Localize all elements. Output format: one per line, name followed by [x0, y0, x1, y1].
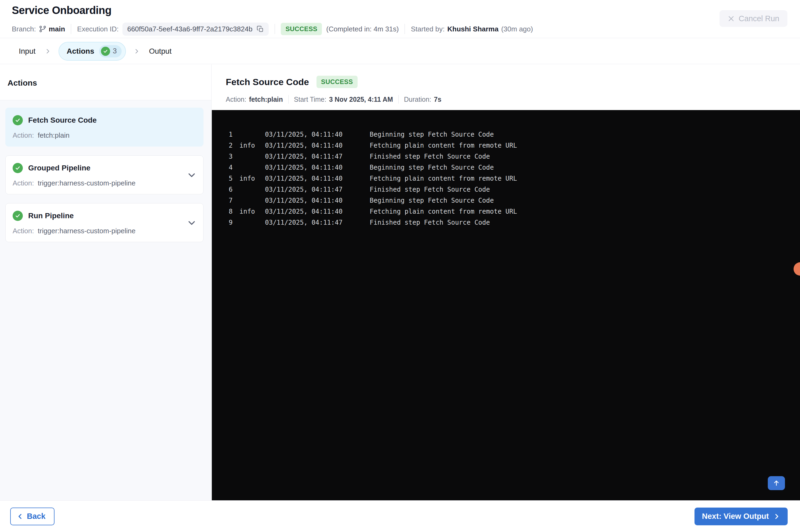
log-lines: 103/11/2025, 04:11:40Beginning step Fetc…	[212, 110, 800, 228]
started-ago-text: (30m ago)	[501, 25, 533, 33]
tab-input[interactable]: Input	[17, 44, 37, 58]
branch-label: Branch:	[12, 25, 36, 33]
cancel-run-label: Cancel Run	[739, 14, 779, 23]
log-timestamp: 03/11/2025, 04:11:40	[265, 142, 370, 149]
chevron-right-icon	[133, 48, 140, 55]
log-message: Fetching plain content from remote URL	[370, 175, 800, 182]
detail-start-value: 3 Nov 2025, 4:11 AM	[329, 96, 393, 103]
action-card-fetch-source-code[interactable]: Fetch Source Code Action: fetch:plain	[5, 108, 204, 147]
log-line: 603/11/2025, 04:11:47Finished step Fetch…	[229, 184, 800, 195]
log-message: Fetching plain content from remote URL	[370, 208, 800, 215]
close-icon	[727, 15, 735, 22]
log-line-number: 9	[229, 219, 240, 226]
card-header: Grouped Pipeline	[13, 163, 196, 173]
log-line: 903/11/2025, 04:11:47Finished step Fetch…	[229, 217, 800, 228]
log-message: Beginning step Fetch Source Code	[370, 131, 800, 138]
card-header: Fetch Source Code	[13, 115, 196, 125]
execution-id-pill: 660f50a7-5eef-43a6-9ff7-2a2179c3824b	[122, 22, 269, 36]
log-line: 2info03/11/2025, 04:11:40Fetching plain …	[229, 140, 800, 151]
log-timestamp: 03/11/2025, 04:11:40	[265, 164, 370, 171]
success-check-icon	[13, 115, 23, 125]
success-check-icon	[13, 211, 23, 221]
back-button[interactable]: Back	[10, 508, 55, 525]
card-header: Run Pipeline	[13, 211, 196, 221]
card-title: Run Pipeline	[28, 211, 74, 220]
divider	[71, 24, 71, 34]
sidebar-header: Actions	[0, 64, 211, 100]
card-title: Grouped Pipeline	[28, 164, 91, 172]
card-subtitle: Action: fetch:plain	[13, 131, 196, 139]
log-message: Finished step Fetch Source Code	[370, 219, 800, 226]
step-tabbar: Input Actions 3 Output	[0, 38, 800, 64]
action-label: Action:	[13, 131, 34, 139]
log-line-number: 6	[229, 186, 240, 193]
detail-action-label: Action:	[226, 96, 246, 103]
log-level: info	[240, 142, 265, 149]
divider	[404, 24, 405, 34]
chevron-left-icon	[17, 513, 24, 520]
next-view-output-button[interactable]: Next: View Output	[694, 508, 788, 525]
log-message: Finished step Fetch Source Code	[370, 153, 800, 160]
card-subtitle: Action: trigger:harness-custom-pipeline	[13, 179, 196, 187]
success-check-icon	[13, 163, 23, 173]
execution-id-value: 660f50a7-5eef-43a6-9ff7-2a2179c3824b	[127, 25, 252, 33]
log-message: Finished step Fetch Source Code	[370, 186, 800, 193]
chevron-down-icon[interactable]	[187, 218, 196, 227]
detail-duration-label: Duration:	[404, 96, 431, 103]
log-line: 303/11/2025, 04:11:47Finished step Fetch…	[229, 151, 800, 162]
scroll-to-top-button[interactable]	[768, 476, 785, 490]
started-by-label: Started by:	[411, 25, 444, 33]
log-timestamp: 03/11/2025, 04:11:47	[265, 153, 370, 160]
log-timestamp: 03/11/2025, 04:11:47	[265, 219, 370, 226]
action-value: trigger:harness-custom-pipeline	[38, 179, 136, 187]
next-button-label: Next: View Output	[702, 512, 769, 521]
detail-status-badge: SUCCESS	[317, 76, 358, 88]
divider	[274, 24, 275, 34]
log-level: info	[240, 208, 265, 215]
log-timestamp: 03/11/2025, 04:11:40	[265, 175, 370, 182]
actions-count: 3	[113, 47, 117, 55]
arrow-up-icon	[773, 479, 780, 487]
detail-header: Fetch Source Code SUCCESS Action: fetch:…	[212, 64, 800, 103]
action-value: fetch:plain	[38, 131, 70, 139]
detail-action-value: fetch:plain	[249, 96, 283, 103]
cancel-run-button[interactable]: Cancel Run	[720, 10, 787, 27]
copy-icon[interactable]	[256, 25, 264, 33]
wizard-footer: Back Next: View Output	[0, 500, 800, 532]
divider	[398, 95, 399, 103]
chevron-down-icon[interactable]	[187, 170, 196, 179]
log-level: info	[240, 175, 265, 182]
action-detail-panel: Fetch Source Code SUCCESS Action: fetch:…	[212, 64, 800, 500]
started-by-name: Khushi Sharma	[447, 25, 498, 33]
log-line-number: 4	[229, 164, 240, 171]
log-message: Fetching plain content from remote URL	[370, 142, 800, 149]
completed-in-text: (Completed in: 4m 31s)	[326, 25, 399, 33]
sidebar-heading: Actions	[7, 78, 37, 88]
log-timestamp: 03/11/2025, 04:11:40	[265, 197, 370, 204]
action-card-grouped-pipeline[interactable]: Grouped Pipeline Action: trigger:harness…	[5, 155, 204, 194]
log-line-number: 2	[229, 142, 240, 149]
detail-meta-row: Action: fetch:plain Start Time: 3 Nov 20…	[226, 95, 800, 103]
card-subtitle: Action: trigger:harness-custom-pipeline	[13, 227, 196, 235]
detail-start-label: Start Time:	[294, 96, 326, 103]
action-value: trigger:harness-custom-pipeline	[38, 227, 136, 235]
log-line-number: 8	[229, 208, 240, 215]
log-console[interactable]: 103/11/2025, 04:11:40Beginning step Fetc…	[212, 110, 800, 500]
actions-sidebar: Actions Fetch Source Code Action: fetch:…	[0, 64, 212, 500]
action-label: Action:	[13, 179, 34, 187]
tab-actions[interactable]: Actions 3	[58, 42, 126, 61]
tab-output[interactable]: Output	[147, 44, 173, 58]
action-card-run-pipeline[interactable]: Run Pipeline Action: trigger:harness-cus…	[5, 203, 204, 242]
log-line: 5info03/11/2025, 04:11:40Fetching plain …	[229, 173, 800, 184]
chevron-right-icon	[44, 48, 51, 55]
log-line: 703/11/2025, 04:11:40Beginning step Fetc…	[229, 195, 800, 206]
detail-title: Fetch Source Code	[226, 77, 309, 87]
check-circle-icon	[101, 47, 110, 56]
log-line: 403/11/2025, 04:11:40Beginning step Fetc…	[229, 162, 800, 173]
log-line-number: 3	[229, 153, 240, 160]
chevron-right-icon	[773, 513, 780, 520]
git-branch-icon	[39, 25, 47, 33]
page-header: Service Onboarding Branch: main Executio…	[0, 0, 800, 38]
log-line-number: 7	[229, 197, 240, 204]
action-label: Action:	[13, 227, 34, 235]
